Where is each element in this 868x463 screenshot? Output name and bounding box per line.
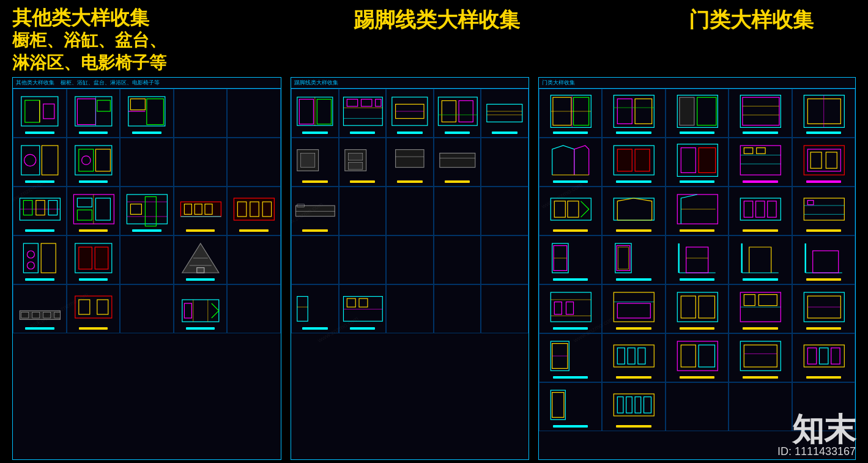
cell-label bbox=[350, 327, 376, 330]
p3-cell-6-4 bbox=[729, 333, 792, 382]
svg-rect-70 bbox=[343, 97, 382, 125]
cell-label bbox=[492, 131, 517, 134]
cell-label bbox=[680, 180, 714, 183]
p2-cell-4-4 bbox=[434, 235, 481, 284]
panel-1: 其他类大样收集 橱柜、浴缸、盆台、淋浴区、电影椅子等 bbox=[12, 77, 281, 460]
p2-cell-5-3 bbox=[386, 284, 434, 333]
svg-rect-194 bbox=[677, 341, 718, 371]
cell-2-2 bbox=[67, 138, 121, 187]
svg-rect-26 bbox=[77, 210, 92, 220]
svg-rect-58 bbox=[54, 312, 61, 318]
p3-cell-3-2 bbox=[602, 187, 665, 235]
svg-rect-150 bbox=[804, 198, 844, 220]
panel-3: 门类大样收集 bbox=[538, 77, 856, 460]
svg-rect-201 bbox=[807, 347, 816, 363]
p2-cell-4-2 bbox=[339, 235, 387, 284]
svg-rect-93 bbox=[440, 153, 475, 167]
svg-rect-16 bbox=[78, 149, 93, 171]
cell-1-4 bbox=[174, 89, 228, 138]
svg-point-17 bbox=[81, 155, 90, 164]
cell-label bbox=[79, 180, 108, 183]
cell-label bbox=[806, 131, 841, 134]
p3-cell-4-5 bbox=[792, 235, 855, 284]
svg-rect-174 bbox=[614, 292, 655, 322]
svg-rect-1 bbox=[25, 100, 40, 122]
cell-label bbox=[680, 327, 714, 330]
cell-label bbox=[616, 278, 651, 281]
svg-rect-209 bbox=[635, 396, 641, 412]
p3-cell-2-2 bbox=[602, 138, 665, 187]
svg-rect-87 bbox=[301, 153, 315, 167]
svg-rect-172 bbox=[554, 302, 562, 314]
svg-rect-203 bbox=[831, 347, 839, 363]
svg-rect-22 bbox=[36, 200, 45, 215]
svg-rect-46 bbox=[41, 243, 56, 273]
panel-2: 踢脚线类大样收集 bbox=[291, 77, 529, 460]
cell-label bbox=[302, 327, 328, 330]
svg-rect-202 bbox=[819, 347, 828, 363]
titles-row: 其他类大样收集 橱柜、浴缸、盆台、 淋浴区、电影椅子等 踢脚线类大样收集 门类大… bbox=[0, 0, 868, 74]
cell-label bbox=[79, 131, 108, 134]
svg-rect-195 bbox=[681, 345, 696, 367]
cell-5-2 bbox=[67, 284, 121, 333]
cell-4-4 bbox=[174, 235, 228, 284]
svg-rect-48 bbox=[78, 247, 92, 269]
svg-rect-121 bbox=[807, 98, 840, 124]
cell-1-1 bbox=[13, 89, 67, 138]
p2-cell-3-3 bbox=[386, 187, 434, 235]
svg-rect-173 bbox=[566, 302, 573, 314]
cell-4-1 bbox=[13, 235, 67, 284]
cell-label bbox=[743, 278, 777, 281]
p3-cell-4-4 bbox=[729, 235, 792, 284]
p3-cell-4-3 bbox=[666, 235, 729, 284]
svg-rect-169 bbox=[551, 292, 591, 322]
p2-cell-4-1 bbox=[291, 235, 339, 284]
cell-label bbox=[616, 229, 651, 232]
p3-cell-3-5 bbox=[792, 187, 855, 235]
svg-rect-193 bbox=[638, 347, 645, 363]
svg-rect-90 bbox=[348, 162, 362, 169]
cell-label bbox=[302, 180, 328, 183]
svg-rect-157 bbox=[615, 243, 631, 273]
cell-label bbox=[806, 180, 841, 183]
cell-1-5 bbox=[227, 89, 281, 138]
svg-rect-10 bbox=[147, 98, 164, 124]
cell-label bbox=[302, 229, 328, 232]
svg-point-13 bbox=[24, 154, 36, 166]
cell-5-5 bbox=[227, 284, 281, 333]
panel-1-header: 其他类大样收集 橱柜、浴缸、盆台、淋浴区、电影椅子等 bbox=[13, 78, 281, 89]
cell-label bbox=[806, 229, 841, 232]
svg-rect-21 bbox=[23, 200, 32, 215]
cell-4-2 bbox=[67, 235, 121, 284]
p3-cell-3-4 bbox=[729, 187, 792, 235]
cell-label bbox=[350, 131, 376, 134]
svg-rect-91 bbox=[396, 149, 424, 167]
p3-cell-1-5 bbox=[792, 89, 855, 138]
cell-label bbox=[553, 180, 588, 183]
svg-rect-196 bbox=[699, 345, 714, 367]
p3-cell-1-4 bbox=[729, 89, 792, 138]
p3-cell-7-1 bbox=[539, 382, 602, 431]
svg-rect-177 bbox=[677, 292, 718, 322]
svg-rect-135 bbox=[804, 146, 844, 175]
cell-label bbox=[186, 327, 215, 330]
svg-rect-192 bbox=[628, 347, 635, 363]
cell-2-5 bbox=[227, 138, 281, 187]
cell-label bbox=[25, 229, 54, 232]
svg-rect-198 bbox=[744, 345, 777, 367]
p2-cell-3-4 bbox=[434, 187, 481, 235]
svg-rect-29 bbox=[127, 194, 168, 224]
svg-rect-207 bbox=[618, 396, 624, 412]
svg-rect-134 bbox=[757, 147, 765, 154]
p3-cell-2-3 bbox=[666, 138, 729, 187]
cell-4-3 bbox=[120, 235, 174, 284]
svg-rect-53 bbox=[197, 267, 204, 272]
svg-rect-111 bbox=[635, 98, 652, 124]
cell-label bbox=[680, 376, 714, 379]
p3-cell-5-2 bbox=[602, 284, 665, 333]
title-block-2: 踢脚线类大样收集 bbox=[281, 6, 520, 74]
title-1-line3: 淋浴区、电影椅子等 bbox=[12, 52, 281, 74]
svg-rect-176 bbox=[618, 303, 651, 318]
cell-label bbox=[806, 278, 841, 281]
svg-rect-3 bbox=[43, 104, 54, 119]
